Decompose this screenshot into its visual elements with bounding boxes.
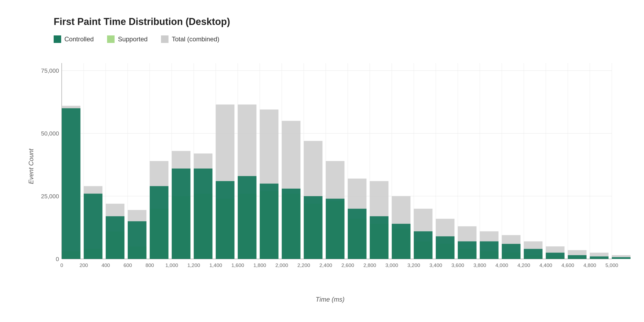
legend: Controlled Supported Total (combined) (54, 35, 623, 43)
legend-label-controlled: Controlled (64, 35, 94, 43)
svg-rect-121 (458, 241, 477, 259)
svg-rect-106 (348, 209, 367, 259)
svg-text:600: 600 (123, 262, 132, 268)
svg-text:0: 0 (56, 256, 59, 262)
svg-text:5,000: 5,000 (605, 262, 618, 268)
svg-text:200: 200 (79, 262, 88, 268)
svg-rect-124 (480, 241, 499, 259)
svg-rect-97 (282, 189, 301, 259)
legend-item-supported: Supported (107, 35, 148, 43)
legend-label-total: Total (combined) (172, 35, 219, 43)
chart-area: Event Count Time (ms) 025,00050,00075,00… (38, 54, 623, 279)
svg-rect-85 (194, 169, 213, 259)
svg-text:800: 800 (145, 262, 154, 268)
svg-text:2,200: 2,200 (297, 262, 310, 268)
svg-text:75,000: 75,000 (41, 67, 59, 74)
svg-rect-67 (62, 108, 80, 259)
svg-text:1,800: 1,800 (253, 262, 266, 268)
svg-rect-70 (84, 194, 103, 259)
svg-text:400: 400 (101, 262, 110, 268)
svg-rect-88 (216, 181, 235, 259)
svg-text:3,800: 3,800 (473, 262, 486, 268)
svg-text:4,800: 4,800 (583, 262, 596, 268)
svg-rect-0 (54, 35, 61, 43)
svg-rect-1 (107, 35, 115, 43)
svg-text:4,600: 4,600 (561, 262, 574, 268)
svg-text:4,200: 4,200 (517, 262, 530, 268)
svg-rect-133 (546, 253, 565, 259)
svg-text:2,400: 2,400 (319, 262, 332, 268)
chart-title: First Paint Time Distribution (Desktop) (54, 16, 623, 27)
svg-text:1,400: 1,400 (209, 262, 222, 268)
svg-text:4,400: 4,400 (539, 262, 552, 268)
svg-rect-142 (612, 257, 631, 259)
chart-container: First Paint Time Distribution (Desktop) … (0, 0, 644, 322)
svg-text:4,000: 4,000 (495, 262, 508, 268)
svg-rect-94 (260, 184, 279, 259)
svg-text:2,000: 2,000 (275, 262, 288, 268)
supported-color-icon (107, 35, 115, 43)
y-axis-label: Event Count (27, 149, 35, 184)
svg-rect-109 (370, 216, 389, 259)
svg-rect-130 (524, 249, 543, 259)
controlled-color-icon (54, 35, 61, 43)
total-color-icon (161, 35, 169, 43)
svg-text:3,400: 3,400 (429, 262, 442, 268)
svg-text:0: 0 (60, 262, 63, 268)
svg-rect-112 (392, 224, 411, 259)
svg-text:2,800: 2,800 (363, 262, 376, 268)
legend-item-total: Total (combined) (161, 35, 219, 43)
svg-text:1,000: 1,000 (165, 262, 178, 268)
svg-text:2,600: 2,600 (341, 262, 354, 268)
chart-svg: 025,00050,00075,00002004006008001,0001,2… (38, 54, 623, 279)
svg-rect-76 (128, 221, 147, 259)
svg-rect-118 (436, 236, 455, 259)
svg-text:1,600: 1,600 (231, 262, 244, 268)
svg-text:50,000: 50,000 (41, 130, 59, 137)
svg-rect-73 (106, 216, 125, 259)
svg-rect-2 (161, 35, 169, 43)
svg-text:3,600: 3,600 (451, 262, 464, 268)
svg-rect-91 (238, 176, 257, 259)
svg-rect-103 (326, 199, 345, 259)
svg-rect-79 (150, 186, 169, 259)
svg-text:25,000: 25,000 (41, 193, 59, 200)
svg-text:3,200: 3,200 (407, 262, 420, 268)
svg-text:3,000: 3,000 (385, 262, 398, 268)
svg-rect-127 (502, 244, 521, 259)
x-axis-label: Time (ms) (316, 296, 345, 303)
svg-rect-136 (568, 255, 587, 259)
svg-rect-115 (414, 231, 433, 259)
legend-item-controlled: Controlled (54, 35, 94, 43)
legend-label-supported: Supported (118, 35, 148, 43)
svg-rect-139 (590, 257, 609, 259)
svg-text:1,200: 1,200 (187, 262, 200, 268)
svg-rect-82 (172, 169, 191, 259)
svg-rect-100 (304, 196, 323, 259)
